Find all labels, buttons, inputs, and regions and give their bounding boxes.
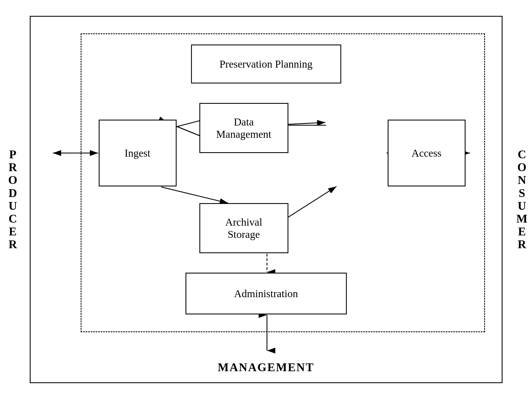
ingest-node: Ingest <box>99 120 177 186</box>
ingest-label: Ingest <box>125 147 150 159</box>
administration-node: Administration <box>185 273 347 314</box>
archival-storage-label: Archival Storage <box>225 216 262 240</box>
access-node: Access <box>388 120 466 186</box>
preservation-planning-node: Preservation Planning <box>191 45 341 83</box>
consumer-label: CONSUMER <box>516 148 528 251</box>
data-management-node: Data Management <box>199 103 288 153</box>
archival-storage-node: Archival Storage <box>199 203 288 253</box>
data-management-label: Data Management <box>216 116 271 140</box>
management-label: MANAGEMENT <box>218 361 314 374</box>
outer-box: PRODUCER CONSUMER <box>30 16 503 383</box>
administration-label: Administration <box>234 287 298 300</box>
preservation-planning-label: Preservation Planning <box>219 58 313 70</box>
access-label: Access <box>412 147 442 159</box>
producer-label: PRODUCER <box>8 148 18 251</box>
